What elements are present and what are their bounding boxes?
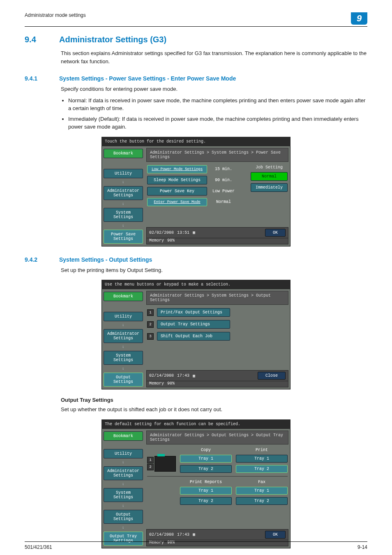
bullet-item: Normal: If data is received in power sav… [68,97,367,113]
footer-page: 9-14 [357,544,367,550]
ok-button[interactable]: OK [265,531,286,539]
enter-power-save-button[interactable]: Enter Power Save Mode [147,198,207,206]
printer-icon [154,456,176,472]
close-button[interactable]: Close [258,372,286,380]
power-save-key-button[interactable]: Power Save Key [147,187,207,196]
section-intro: This section explains Administrator sett… [61,49,367,65]
sidebar-item-utility[interactable]: Utility [104,449,143,458]
subsection-title: System Settings - Power Save Settings - … [59,75,236,82]
minor-heading: Output Tray Settings [61,397,367,403]
sidebar-item-system[interactable]: System Settings [104,208,143,222]
ok-button[interactable]: OK [265,229,286,237]
chevron-down-icon: ↓ [122,180,125,184]
status-date: 02/14/2008 [149,373,174,378]
status-icon: ▦ [193,230,195,235]
bookmark-button[interactable]: Bookmark [104,292,143,301]
fax-tray2-button[interactable]: Tray 2 [236,497,288,505]
status-time: 17:43 [177,373,189,378]
menu-number: 3 [147,333,154,340]
chevron-down-icon: ↓ [122,202,125,206]
bookmark-button[interactable]: Bookmark [104,431,143,441]
output-tray-settings-button[interactable]: Output Tray Settings [157,320,230,329]
sidebar-item-utility[interactable]: Utility [104,312,143,321]
status-time: 17:43 [177,532,189,537]
memory-label: Memory [149,238,164,243]
subsection-number: 9.4.1 [25,75,49,82]
reports-column-head: Print Reports [180,480,232,484]
sidebar-item-utility[interactable]: Utility [104,169,143,178]
immediately-button[interactable]: Immediately [251,183,288,192]
subsection-heading: 9.4.1 System Settings - Power Save Setti… [25,75,367,82]
status-icon: ▦ [193,373,195,378]
sidebar-item-system[interactable]: System Settings [104,351,143,365]
breadcrumb: Administrator Settings > System Settings… [146,148,288,162]
minor-lead: Set up whether the output is shifted eac… [61,405,367,414]
subsection-lead: Specify conditions for entering power sa… [61,85,367,93]
subsection-title: System Settings - Output Settings [59,256,152,263]
sidebar-item-admin[interactable]: Administrator Settings [104,466,143,480]
panel-instruction: Touch the button for the desired setting… [101,137,291,146]
bullet-item: Immediately (Default): If data is receiv… [68,115,367,131]
low-power-mode-button[interactable]: Low Power Mode Settings [147,165,207,173]
section-title: Administrator Settings (G3) [59,35,166,44]
print-fax-output-button[interactable]: Print/Fax Output Settings [157,308,230,317]
sidebar-item-admin[interactable]: Administrator Settings [104,186,143,200]
chevron-down-icon: ↓ [122,323,125,327]
job-setting-label: Job Setting [251,165,288,170]
sidebar-item-system[interactable]: System Settings [104,488,143,502]
sidebar-item-output-settings[interactable]: Output Settings [104,373,143,387]
running-head-title: Administrator mode settings [25,12,86,18]
sleep-mode-value: 90 min. [211,178,236,182]
sidebar-item-admin[interactable]: Administrator Settings [104,329,143,343]
chevron-down-icon: ↓ [122,460,125,465]
divider [147,476,288,477]
chevron-down-icon: ↓ [122,366,125,371]
memory-value: 90% [167,238,175,243]
subsection-number: 9.4.2 [25,256,49,263]
power-save-key-value: Low Power [211,189,236,193]
reports-tray1-button[interactable]: Tray 1 [180,487,232,495]
sidebar-item-power-save[interactable]: Power Save Settings [104,230,143,244]
bullet-list: Normal: If data is received in power sav… [61,97,367,131]
copy-tray2-button[interactable]: Tray 2 [180,465,232,473]
sidebar-item-output-settings[interactable]: Output Settings [104,510,143,524]
breadcrumb: Administrator Settings > Output Settings… [146,431,288,444]
fax-column-head: Fax [236,480,288,484]
tray-number-1: 1 [147,457,154,463]
print-tray1-button[interactable]: Tray 1 [236,455,288,463]
enter-power-save-value: Normal [211,200,236,204]
status-icon: ▦ [193,532,195,537]
chevron-down-icon: ↓ [122,345,125,349]
copy-column-head: Copy [180,448,232,452]
low-power-mode-value: 15 min. [211,167,236,171]
menu-number: 1 [147,309,154,316]
copy-tray1-button[interactable]: Tray 1 [180,455,232,463]
memory-label: Memory [149,381,164,386]
chevron-down-icon: ↓ [122,504,125,508]
subsection-heading: 9.4.2 System Settings - Output Settings [25,256,367,263]
print-column-head: Print [236,448,288,452]
subsection-lead: Set up the printing items by Output Sett… [61,266,367,274]
normal-button[interactable]: Normal [251,172,288,181]
memory-value: 90% [167,381,175,386]
print-tray2-button[interactable]: Tray 2 [236,465,288,473]
sleep-mode-button[interactable]: Sleep Mode Settings [147,176,207,184]
reports-tray2-button[interactable]: Tray 2 [180,497,232,505]
chevron-down-icon: ↓ [122,223,125,228]
tray-number-2: 2 [147,464,154,470]
menu-number: 2 [147,321,154,328]
section-heading: 9.4 Administrator Settings (G3) [25,35,367,44]
status-time: 13:51 [177,230,189,235]
bookmark-button[interactable]: Bookmark [104,149,143,158]
shift-output-each-job-button[interactable]: Shift Output Each Job [157,332,230,341]
screenshot-output-tray: The default setting for each function ca… [101,419,291,548]
panel-instruction: Use the menu buttons or keypad to make a… [101,280,291,289]
chevron-down-icon: ↓ [122,482,125,486]
status-date: 02/02/2008 [149,230,174,235]
panel-instruction: The default setting for each function ca… [101,419,291,429]
footer-model: 501/421/361 [25,544,52,550]
fax-tray1-button[interactable]: Tray 1 [236,487,288,495]
breadcrumb: Administrator Settings > System Settings… [146,291,288,305]
header-rule [25,26,367,27]
section-number: 9.4 [25,35,49,44]
